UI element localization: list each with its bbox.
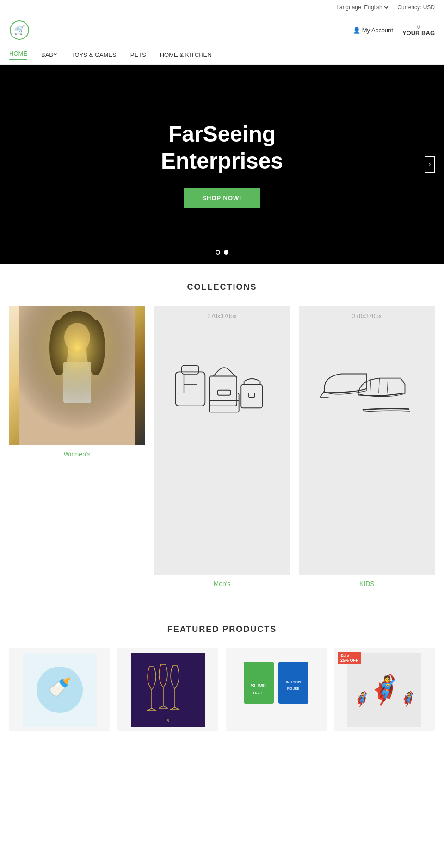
mens-placeholder-label: 370x370px	[207, 312, 237, 319]
svg-rect-19	[249, 393, 255, 397]
product-card-4[interactable]: Sale 25% OFF 🦸 🦸 🦸	[334, 648, 435, 731]
collection-kids: 370x370px	[299, 306, 435, 587]
bag-count: 0	[417, 24, 420, 30]
product-image-3: SLIME BAFF BATMAN FIGURE	[226, 648, 327, 731]
product-image-2: 8	[117, 648, 218, 731]
utility-bar: Language: English Currency: USD	[0, 0, 444, 15]
shoes-icon	[316, 352, 418, 421]
bags-icon	[171, 352, 273, 426]
your-bag-label: YOUR BAG	[402, 30, 435, 37]
kids-placeholder-label: 370x370px	[352, 312, 382, 319]
header: 🛒 👤 My Account 0 YOUR BAG	[0, 15, 444, 45]
hero-dot-2[interactable]	[224, 250, 228, 255]
svg-rect-10	[175, 372, 205, 406]
hero-dots	[216, 250, 228, 255]
womens-label[interactable]: Women's	[64, 450, 91, 458]
womens-figure	[19, 306, 135, 445]
product-image-1: 🍼	[9, 648, 110, 731]
currency-label: Currency: USD	[397, 4, 435, 11]
collection-womens: Women's	[9, 306, 145, 587]
header-right: 👤 My Account 0 YOUR BAG	[353, 24, 435, 37]
nav-item-toys[interactable]: TOYS & GAMES	[71, 51, 117, 58]
product-card-2[interactable]: 8	[117, 648, 218, 731]
nav-item-home-kitchen[interactable]: HOME & KITCHEN	[160, 51, 212, 58]
svg-rect-28	[131, 653, 205, 727]
your-bag-button[interactable]: 0 YOUR BAG	[402, 24, 435, 37]
main-nav: HOME BABY TOYS & GAMES PETS HOME & KITCH…	[0, 45, 444, 65]
my-account-link[interactable]: 👤 My Account	[353, 27, 393, 34]
shop-now-button[interactable]: SHOP NOW!	[184, 188, 260, 208]
collections-section: COLLECTIONS	[0, 264, 444, 606]
product-card-1[interactable]: 🍼	[9, 648, 110, 731]
svg-line-24	[387, 378, 388, 393]
collections-title: COLLECTIONS	[9, 282, 435, 292]
svg-text:🍼: 🍼	[48, 676, 71, 698]
product-card-3[interactable]: SLIME BAFF BATMAN FIGURE	[226, 648, 327, 731]
nav-item-baby[interactable]: BABY	[41, 51, 57, 58]
account-icon: 👤	[353, 27, 360, 34]
svg-rect-9	[19, 306, 135, 445]
language-select[interactable]: Language: English	[334, 4, 390, 11]
svg-text:BAFF: BAFF	[253, 691, 264, 695]
hero-banner: FarSeeing Enterprises SHOP NOW! ›	[0, 65, 444, 264]
product-image-4: Sale 25% OFF 🦸 🦸 🦸	[334, 648, 435, 731]
featured-grid: 🍼 8	[9, 648, 435, 731]
svg-text:BATMAN: BATMAN	[286, 680, 301, 684]
logo[interactable]: 🛒	[9, 20, 30, 40]
nav-item-home[interactable]: HOME	[9, 50, 27, 60]
svg-rect-15	[209, 393, 239, 412]
collection-mens: 370x370px	[154, 306, 290, 587]
my-account-label: My Account	[362, 27, 393, 34]
svg-text:🛒: 🛒	[14, 24, 25, 35]
language-selector[interactable]: Language: English	[334, 4, 390, 11]
svg-line-22	[370, 379, 371, 393]
mens-image: 370x370px	[154, 306, 290, 575]
product-1-icon: 🍼	[23, 653, 97, 727]
svg-rect-18	[241, 385, 262, 408]
collections-grid: Women's 370x370px	[9, 306, 435, 587]
kids-label[interactable]: KIDS	[359, 580, 375, 587]
svg-text:🦸: 🦸	[367, 673, 402, 706]
featured-section: FEATURED PRODUCTS 🍼	[0, 606, 444, 750]
hero-next-arrow[interactable]: ›	[425, 156, 435, 173]
hero-dot-1[interactable]	[216, 250, 220, 255]
svg-line-20	[320, 391, 324, 397]
kids-image: 370x370px	[299, 306, 435, 575]
nav-item-pets[interactable]: PETS	[130, 51, 146, 58]
product-3-icon: SLIME BAFF BATMAN FIGURE	[239, 653, 313, 727]
svg-text:🦸: 🦸	[399, 691, 417, 707]
sale-badge: Sale 25% OFF	[338, 652, 361, 664]
svg-text:🦸: 🦸	[353, 691, 370, 707]
svg-text:FIGURE: FIGURE	[287, 687, 300, 690]
product-2-icon: 8	[131, 653, 205, 727]
hero-title: FarSeeing Enterprises	[161, 121, 283, 174]
svg-line-23	[379, 378, 380, 393]
svg-text:SLIME: SLIME	[251, 683, 266, 688]
logo-icon: 🛒	[9, 20, 30, 40]
mens-label[interactable]: Men's	[214, 580, 231, 587]
womens-photo	[9, 306, 145, 445]
featured-title: FEATURED PRODUCTS	[9, 624, 435, 634]
product-4-icon: 🦸 🦸 🦸	[347, 653, 421, 727]
svg-rect-14	[209, 376, 237, 406]
svg-text:8: 8	[166, 718, 169, 723]
svg-rect-11	[182, 366, 199, 374]
